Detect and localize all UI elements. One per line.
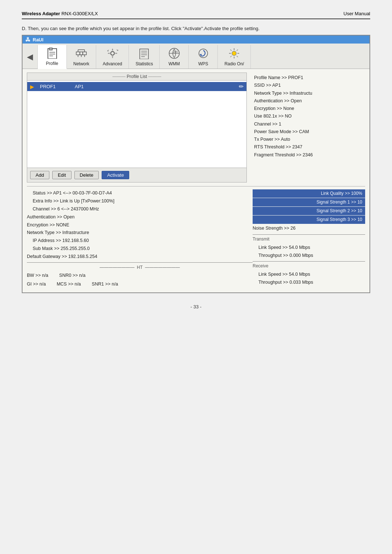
tab-radio-label: Radio On/ [224,61,244,66]
tab-network[interactable]: Network [67,45,96,69]
delete-button[interactable]: Delete [74,171,99,179]
detail-channel: Channel >> 1 [254,120,365,128]
profile-row[interactable]: ▶ PROF1 AP1 ✏ [27,82,246,91]
receive-throughput: Throughput >> 0.033 Mbps [253,279,365,287]
tab-wps[interactable]: WPS [189,45,218,69]
statistics-icon [138,47,151,60]
svg-line-31 [230,50,232,51]
ht-header: ———————— HT ———————— [27,264,253,271]
tab-profile-label: Profile [46,61,58,66]
profile-list-header: Profile List [27,73,246,81]
link-quality-bar: Link Quality >> 100% [253,189,365,198]
svg-point-24 [199,49,208,58]
svg-line-32 [237,56,238,57]
radio-icon [228,47,241,60]
ht-snr1: SNR1 >> n/a [92,280,118,288]
description-text: D. Then, you can see the profile which y… [22,26,370,31]
profile-name: PROF1 [40,84,69,89]
profile-icon [46,46,59,59]
svg-rect-5 [76,52,80,55]
tab-wps-label: WPS [198,61,208,66]
profile-list-panel: Profile List ▶ PROF1 AP1 ✏ Add Edit Dele… [27,73,247,182]
profile-details: Profile Name >> PROF1 SSID >> AP1 Networ… [253,73,365,182]
status-ip: IP Address >> 192.168.5.60 [27,237,253,245]
receive-link-speed: Link Speed >> 54.0 Mbps [253,271,365,279]
status-gateway: Default Gateway >> 192.168.5.254 [27,253,253,261]
status-section: Status >> AP1 <--> 00-03-7F-00-D7-A4 Ext… [27,186,365,289]
extra-info: Extra Info >> Link is Up [TxPower:100%] [27,197,253,205]
edit-button[interactable]: Edit [52,171,71,179]
svg-rect-6 [80,52,83,55]
status-channel: Channel >> 6 <--> 2437000 MHz [27,205,253,213]
tab-profile[interactable]: Profile [38,45,67,69]
detail-tx-power: Tx Power >> Auto [254,136,365,143]
title-bar: 🖧 RaUI [23,36,369,44]
signal-strength-2-bar: Signal Strength 2 >> 10 [253,207,365,215]
profile-section: Profile List ▶ PROF1 AP1 ✏ Add Edit Dele… [27,73,365,182]
status-line: Status >> AP1 <--> 00-03-7F-00-D7-A4 [27,189,253,197]
ht-row2: GI >> n/a MCS >> n/a SNR1 >> n/a [27,280,253,289]
detail-profile-name: Profile Name >> PROF1 [254,74,365,82]
status-right-wrapper: Link Quality >> 100% Signal Strength 1 >… [253,189,365,289]
receive-section: Receive Link Speed >> 54.0 Mbps Throughp… [253,261,365,287]
tab-statistics-label: Statistics [135,61,153,66]
ht-bw: BW >> n/a [27,272,48,280]
detail-authentication: Authentication >> Open [254,97,365,105]
profile-ssid: AP1 [75,84,104,89]
tab-network-label: Network [73,61,89,66]
svg-line-34 [230,56,232,57]
svg-point-15 [111,52,114,55]
detail-power-save: Power Save Mode >> CAM [254,128,365,136]
tab-statistics[interactable]: Statistics [129,45,160,69]
app-title: RaUI [33,37,44,42]
content-area: Profile List ▶ PROF1 AP1 ✏ Add Edit Dele… [23,69,369,292]
status-right: Link Quality >> 100% Signal Strength 1 >… [253,189,365,286]
ht-gi: GI >> n/a [27,280,46,288]
tab-advanced-label: Advanced [103,61,122,66]
app-window: 🖧 RaUI ◀ Profile Network Advanced [22,35,370,293]
detail-ssid: SSID >> AP1 [254,82,365,89]
status-left: Status >> AP1 <--> 00-03-7F-00-D7-A4 Ext… [27,189,253,289]
svg-rect-7 [83,52,86,55]
transmit-header: Transmit [253,235,365,244]
status-enc: Encryption >> NONE [27,221,253,229]
page-footer: - 33 - [22,304,370,309]
transmit-section: Transmit Link Speed >> 54.0 Mbps Through… [253,234,365,260]
noise-strength: Noise Strength >> 26 [253,224,365,233]
status-net-type: Network Type >> Infrastructure [27,229,253,237]
header-rest: RNX-G300EX/LX [60,11,98,16]
svg-line-33 [237,50,238,51]
detail-encryption: Encryption >> None [254,105,365,112]
detail-use8021x: Use 802.1x >> NO [254,112,365,120]
svg-text:QoS: QoS [173,50,178,53]
back-button[interactable]: ◀ [23,45,38,69]
page-number: - 33 - [191,304,201,309]
wps-icon [197,47,210,60]
ht-section: ———————— HT ———————— BW >> n/a SNR0 >> n… [27,262,253,289]
header-bold: Wireless Adapter [22,11,60,16]
transmit-throughput: Throughput >> 0.000 Mbps [253,252,365,260]
advanced-icon [106,47,119,60]
activate-button[interactable]: Activate [102,171,129,179]
detail-network-type: Network Type >> Infrastructu [254,90,365,97]
tab-wmm[interactable]: QoS WMM [160,45,189,69]
page-header: Wireless Adapter RNX-G300EX/LX User Manu… [22,11,370,19]
detail-frag: Fragment Threshold >> 2346 [254,151,365,159]
status-auth: Authentication >> Open [27,213,253,221]
tab-radio[interactable]: Radio On/ [218,45,251,69]
network-icon [75,47,88,60]
profile-list-body: ▶ PROF1 AP1 ✏ [27,81,246,168]
tab-wmm-label: WMM [168,61,180,66]
profile-buttons: Add Edit Delete Activate [27,168,246,182]
transmit-link-speed: Link Speed >> 54.0 Mbps [253,244,365,252]
profile-arrow-icon: ▶ [30,84,34,90]
ht-row1: BW >> n/a SNR0 >> n/a [27,271,253,280]
profile-edit-icon[interactable]: ✏ [239,83,244,90]
detail-rts: RTS Threshold >> 2347 [254,143,365,151]
ht-snr0: SNR0 >> n/a [59,272,85,280]
header-left: Wireless Adapter RNX-G300EX/LX [22,11,98,16]
add-button[interactable]: Add [30,171,49,179]
svg-rect-1 [49,48,52,50]
svg-point-26 [232,51,236,56]
tab-advanced[interactable]: Advanced [96,45,129,69]
